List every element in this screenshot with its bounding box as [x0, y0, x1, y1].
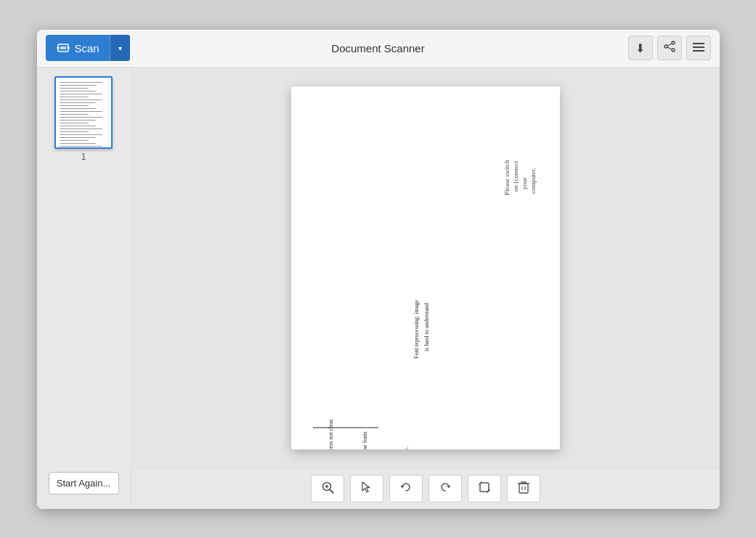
crop-button[interactable]: [468, 475, 501, 502]
toolbar: [131, 468, 720, 509]
share-icon: [664, 41, 675, 55]
thumb-line: [60, 134, 102, 136]
pointer-icon: [361, 481, 373, 497]
rotate-left-button[interactable]: [389, 475, 423, 502]
thumb-content: [56, 78, 111, 149]
thumb-line: [60, 140, 89, 142]
header: Scan ▾ Document Scanner ⬇: [37, 30, 720, 68]
thumb-line: [60, 82, 102, 83]
scan-label: Scan: [75, 42, 99, 54]
header-actions: ⬇: [628, 36, 711, 60]
menu-icon: [693, 41, 704, 54]
delete-icon: [518, 481, 529, 497]
share-button[interactable]: [657, 36, 682, 60]
app-window: Scan ▾ Document Scanner ⬇: [37, 30, 720, 509]
document-page: Please switch on [connect your computer.…: [291, 86, 560, 449]
scan-icon: [56, 41, 70, 55]
scan-dropdown-button[interactable]: ▾: [110, 35, 130, 61]
document-area: Please switch on [connect your computer.…: [131, 68, 720, 509]
thumb-line: [60, 129, 102, 130]
scan-button[interactable]: Scan: [46, 35, 110, 61]
crop-icon: [478, 481, 491, 497]
delete-button[interactable]: [507, 475, 540, 502]
thumb-line: [60, 108, 96, 110]
page-thumbnail-wrapper: 1: [54, 76, 113, 162]
svg-point-4: [672, 41, 675, 44]
thumb-line: [60, 126, 96, 127]
svg-text:computer.: computer.: [529, 168, 537, 194]
svg-text:your: your: [521, 177, 528, 189]
rotate-right-button[interactable]: [428, 475, 462, 502]
thumb-line: [60, 97, 89, 98]
scan-button-group: Scan ▾: [46, 35, 130, 61]
svg-text:— references, fonts, color at.: — references, fonts, color at..., clarit…: [362, 431, 368, 449]
thumb-line: [60, 114, 89, 115]
menu-button[interactable]: [686, 36, 711, 60]
pointer-button[interactable]: [350, 475, 383, 502]
thumb-line: [60, 102, 96, 104]
svg-rect-1: [60, 46, 66, 49]
download-button[interactable]: ⬇: [628, 36, 653, 60]
svg-text:on [connect: on [connect: [512, 160, 519, 192]
thumb-line: [60, 143, 96, 144]
svg-line-8: [667, 47, 672, 49]
page-thumbnail[interactable]: [54, 76, 113, 149]
rotate-left-icon: [399, 481, 412, 497]
thumb-line: [60, 137, 96, 139]
thumb-line: [60, 91, 96, 92]
sidebar: 1 Start Again...: [37, 68, 131, 509]
svg-line-37: [330, 489, 333, 493]
svg-point-5: [664, 45, 667, 48]
thumb-line: [60, 120, 96, 121]
thumb-line: [60, 131, 89, 133]
thumb-line: [60, 111, 102, 113]
svg-rect-40: [480, 483, 489, 492]
zoom-icon: [321, 481, 334, 497]
rotate-right-icon: [439, 481, 452, 497]
download-icon: ⬇: [635, 41, 645, 55]
thumb-line: [60, 105, 89, 107]
svg-point-6: [672, 49, 675, 52]
svg-line-7: [667, 44, 672, 46]
start-again-button[interactable]: Start Again...: [49, 472, 119, 494]
thumb-line: [60, 88, 89, 89]
svg-text:is hard to understand: is hard to understand: [423, 303, 430, 351]
svg-text:Please switch: Please switch: [503, 159, 511, 195]
thumb-line: [60, 117, 102, 118]
chevron-down-icon: ▾: [118, 44, 122, 52]
svg-text:· New document is the way to s: · New document is the way to start again…: [328, 418, 334, 449]
app-title: Document Scanner: [331, 42, 424, 54]
page-number: 1: [81, 152, 86, 162]
svg-text:· Isn't important: options tha: · Isn't important: options that multiple…: [403, 447, 410, 449]
document-canvas[interactable]: Please switch on [connect your computer.…: [131, 68, 720, 468]
svg-text:Font reprocessing: image: Font reprocessing: image: [413, 299, 420, 358]
thumb-line: [60, 146, 102, 147]
thumb-line: [60, 94, 102, 95]
zoom-button[interactable]: [311, 475, 344, 502]
svg-rect-45: [519, 484, 528, 493]
thumb-line: [60, 123, 89, 124]
thumb-line: [60, 85, 96, 86]
main-content: 1 Start Again... Please switch on [conne…: [37, 68, 720, 509]
handwritten-document: Please switch on [connect your computer.…: [291, 86, 560, 449]
thumb-line: [60, 99, 102, 101]
sidebar-bottom: Start Again...: [43, 466, 125, 500]
